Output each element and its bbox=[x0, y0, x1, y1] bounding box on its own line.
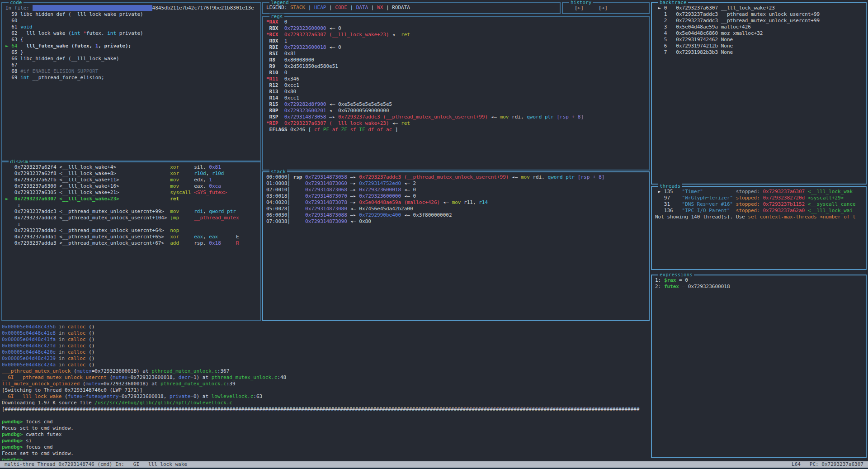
terminal-line: RBP 0x729323600201 ◂— 0x670000569000000 bbox=[266, 108, 646, 114]
terminal-line: ► 135 "Timer" stopped: 0x7293237a6307 <_… bbox=[655, 189, 863, 195]
terminal-line: [#######################################… bbox=[2, 406, 650, 412]
terminal-line: lll_mutex_unlock_optimized (mutex=0x7293… bbox=[2, 381, 650, 387]
terminal-line: 0x7293237addc3 <__pthread_mutex_unlock_u… bbox=[5, 208, 257, 215]
terminal-line: 5 0x729319742462 None bbox=[655, 37, 863, 43]
threads-panel: threads ► 135 "Timer" stopped: 0x7293237… bbox=[651, 186, 867, 270]
terminal-line: 03:0018│ 0x729314873070 —▸ 0x72932360000… bbox=[266, 193, 646, 199]
terminal-line: 69 int __pthread_force_elision; bbox=[5, 75, 257, 81]
terminal-line: pwndbg> si bbox=[2, 438, 650, 444]
terminal-line: 68 #if ENABLE_ELISION_SUPPORT bbox=[5, 68, 257, 75]
terminal-line: 02:0010│ 0x729314873068 —▸ 0x72932360001… bbox=[266, 187, 646, 193]
terminal-line: 0x7293237a62f8 <__lll_lock_wake+8> xor r… bbox=[5, 171, 257, 177]
terminal-line: 97 "WrGlyph~terizer" stopped: 0x72932382… bbox=[655, 195, 863, 201]
history-forward-button[interactable]: [→] bbox=[599, 5, 608, 11]
terminal-line: 2 0x7293237addc3 __pthread_mutex_unlock_… bbox=[655, 18, 863, 24]
terminal-line: RDI 0x729323600018 ◂— 0 bbox=[266, 44, 646, 51]
code-panel: code In file: 4845db211e7b42c7176f9be21b… bbox=[1, 2, 261, 161]
terminal-line: pwndbg> focus cmd bbox=[2, 419, 650, 425]
terminal-line: RBX 0x729323600000 ◂— 0 bbox=[266, 25, 646, 32]
terminal-line: 05:0028│ 0x729314873080 ◂— 0x7456e45da42… bbox=[266, 206, 646, 212]
terminal-line: 4 0x5e04d48c6860 moz_xmalloc+32 bbox=[655, 30, 863, 37]
terminal-line: R13 0x80 bbox=[266, 89, 646, 95]
history-panel-title: history bbox=[569, 0, 593, 5]
status-bar-left: multi-thre Thread 0x7293148746 (cmd) In:… bbox=[5, 461, 187, 468]
terminal-line: ↓ bbox=[5, 221, 257, 227]
terminal-line: ► 0x7293237a6307 <__lll_lock_wake+23> re… bbox=[5, 196, 257, 202]
terminal-line: ► 0 0x7293237a6307 __lll_lock_wake+23 bbox=[655, 5, 863, 11]
terminal-line: 0x7293237a6305 <__lll_lock_wake+21> sysc… bbox=[5, 189, 257, 196]
command-output-area[interactable]: 0x00005e04d48c435b in calloc ()0x00005e0… bbox=[2, 324, 650, 460]
terminal-line: 0x00005e04d48c4239 in calloc () bbox=[2, 355, 650, 362]
status-bar: multi-thre Thread 0x7293148746 (cmd) In:… bbox=[0, 461, 868, 468]
terminal-line: 31 "DNS Res~ver #16" stopped: 0x7293237b… bbox=[655, 201, 863, 208]
terminal-line: 2: futex = 0x729323600018 bbox=[655, 284, 863, 290]
terminal-line: R8 0x80008000 bbox=[266, 57, 646, 63]
terminal-line: 0x00005e04d48c420e in calloc () bbox=[2, 349, 650, 355]
terminal-line: ► 64 lll_futex_wake (futex, 1, private); bbox=[5, 43, 257, 49]
terminal-line: pwndbg> cwatch futex bbox=[2, 431, 650, 438]
terminal-line: RSP 0x729314873058 —▸ 0x7293237addc3 (__… bbox=[266, 114, 646, 120]
terminal-line: pwndbg> bbox=[2, 457, 650, 460]
terminal-line: 67 bbox=[5, 62, 257, 68]
pwndbg-terminal: code In file: 4845db211e7b42c7176f9be21b… bbox=[0, 0, 868, 469]
terminal-line: *RIP 0x7293237a6307 (__lll_lock_wake+23)… bbox=[266, 120, 646, 127]
terminal-line: R12 0xcc1 bbox=[266, 82, 646, 89]
disassembly-panel-title: disasm bbox=[9, 159, 29, 165]
backtrace-panel: backtrace ► 0 0x7293237a6307 __lll_lock_… bbox=[651, 2, 867, 185]
stack-panel: stack 00:0000│ rsp 0x729314873058 —▸ 0x7… bbox=[262, 171, 650, 321]
backtrace-panel-title: backtrace bbox=[658, 0, 688, 5]
terminal-line: LEGEND: STACK | HEAP | CODE | DATA | WX … bbox=[266, 5, 557, 11]
expressions-panel-title: expressions bbox=[658, 272, 694, 278]
disassembly-panel: disasm 0x7293237a62f4 <__lll_lock_wake+4… bbox=[1, 161, 261, 321]
code-content: In file: 4845db211e7b42c7176f9be21b8301e… bbox=[2, 3, 260, 161]
terminal-line: 0x7293237a62f4 <__lll_lock_wake+4> xor s… bbox=[5, 164, 257, 171]
history-gap bbox=[584, 5, 599, 11]
legend-content: LEGEND: STACK | HEAP | CODE | DATA | WX … bbox=[263, 3, 560, 13]
registers-panel-title: regs bbox=[269, 14, 284, 19]
terminal-line: 04:0020│ 0x729314873078 —▸ 0x5e04d48ae59… bbox=[266, 199, 646, 206]
terminal-line: 0x7293237adda1 <__pthread_mutex_unlock_u… bbox=[5, 234, 257, 240]
terminal-line: 136 "IPC I/O Parent" stopped: 0x7293237a… bbox=[655, 208, 863, 214]
backtrace-content: ► 0 0x7293237a6307 __lll_lock_wake+23 1 … bbox=[652, 3, 866, 184]
terminal-line: 59 libc_hidden_def (__lll_lock_wake_priv… bbox=[5, 11, 257, 18]
status-bar-right: L64 PC: 0x7293237a6307 bbox=[792, 461, 863, 468]
terminal-line: pwndbg> focus cmd bbox=[2, 444, 650, 450]
terminal-line: __GI___pthread_mutex_unlock_usercnt (mut… bbox=[2, 374, 650, 381]
terminal-line: 1 0x7293237addc3 __pthread_mutex_unlock_… bbox=[655, 11, 863, 18]
legend-panel-title: legend bbox=[269, 0, 290, 5]
threads-content: ► 135 "Timer" stopped: 0x7293237a6307 <_… bbox=[652, 187, 866, 269]
terminal-line: EFLAGS 0x246 [ cf PF af ZF sf IF df of a… bbox=[266, 127, 646, 133]
expressions-panel: expressions 1: $rax = 02: futex = 0x7293… bbox=[651, 275, 867, 458]
stack-panel-title: stack bbox=[269, 169, 287, 175]
terminal-line: Focus set to cmd window. bbox=[2, 425, 650, 431]
terminal-line: R10 0 bbox=[266, 70, 646, 76]
history-back-button[interactable]: [←] bbox=[575, 5, 584, 11]
terminal-line: 0x7293237a62fb <__lll_lock_wake+11> mov … bbox=[5, 177, 257, 183]
terminal-line: 0x7293237addc8 <__pthread_mutex_unlock_u… bbox=[5, 215, 257, 221]
terminal-line: 7 0x72931982b3b3 None bbox=[655, 49, 863, 56]
disassembly-content: 0x7293237a62f4 <__lll_lock_wake+4> xor s… bbox=[2, 162, 260, 320]
terminal-line: 60 bbox=[5, 18, 257, 24]
terminal-line: Focus set to cmd window. bbox=[2, 450, 650, 457]
terminal-line: 0x00005e04d48c41fa in calloc () bbox=[2, 336, 650, 343]
terminal-line: 0x7293237adda0 <__pthread_mutex_unlock_u… bbox=[5, 227, 257, 234]
terminal-line: 06:0030│ 0x729314873088 —▸ 0x7292990be40… bbox=[266, 212, 646, 218]
terminal-line: *R11 0x346 bbox=[266, 76, 646, 82]
registers-content: *RAX 0 RBX 0x729323600000 ◂— 0*RCX 0x729… bbox=[263, 17, 649, 170]
terminal-line: R9 0x2d561850ed580e51 bbox=[266, 63, 646, 70]
terminal-line: 62 __lll_lock_wake (int *futex, int priv… bbox=[5, 30, 257, 37]
terminal-line: R14 0xcc1 bbox=[266, 95, 646, 101]
terminal-line: 0x7293237a6300 <__lll_lock_wake+16> mov … bbox=[5, 183, 257, 189]
terminal-line: RDX 1 bbox=[266, 38, 646, 44]
terminal-line: 00:0000│ rsp 0x729314873058 —▸ 0x7293237… bbox=[266, 174, 646, 180]
terminal-line: 0x00005e04d48c435b in calloc () bbox=[2, 324, 650, 330]
terminal-line: 6 0x72931974212b None bbox=[655, 43, 863, 49]
terminal-line: [Switching to Thread 0x7293148746c0 (LWP… bbox=[2, 387, 650, 393]
legend-panel: legend LEGEND: STACK | HEAP | CODE | DAT… bbox=[262, 2, 561, 14]
terminal-line: ↓ bbox=[5, 202, 257, 208]
terminal-line: In file: 4845db211e7b42c7176f9be21b8301e… bbox=[5, 5, 257, 11]
terminal-line: 0x00005e04d48c41e8 in calloc () bbox=[2, 330, 650, 336]
terminal-line: *RAX 0 bbox=[266, 19, 646, 25]
terminal-line: *RCX 0x7293237a6307 (__lll_lock_wake+23)… bbox=[266, 32, 646, 38]
terminal-line: 63 { bbox=[5, 37, 257, 43]
